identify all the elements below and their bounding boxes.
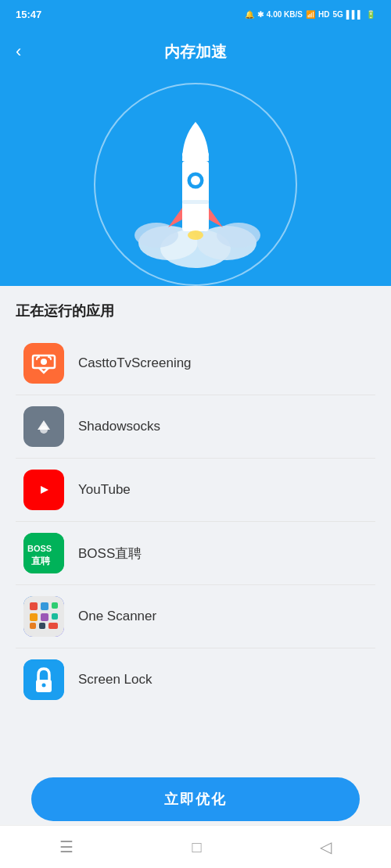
shadowsocks-icon [23, 406, 64, 447]
list-item[interactable]: Shadowsocks [16, 395, 375, 459]
youtube-icon [23, 470, 64, 510]
back-button[interactable]: ‹ [16, 41, 21, 62]
network-speed: 4.00 KB/S [267, 10, 303, 19]
list-item[interactable]: YouTube [16, 459, 375, 522]
hd-badge: HD [318, 10, 329, 19]
screenlock-icon [23, 659, 64, 700]
back-nav-icon[interactable]: ◁ [320, 838, 332, 856]
rocket-illustration [117, 98, 274, 270]
bottom-nav: ☰ □ ◁ [0, 825, 391, 868]
onescanner-name: One Scanner [78, 609, 156, 624]
svg-point-12 [41, 359, 47, 365]
svg-point-13 [40, 426, 48, 434]
menu-icon[interactable]: ☰ [59, 838, 74, 856]
svg-point-8 [191, 176, 200, 185]
status-bar: 15:47 🔔 ✱ 4.00 KB/S 📶 HD 5G ▌▌▌ 🔋 [0, 0, 391, 28]
5g-badge: 5G [332, 10, 343, 19]
svg-rect-28 [48, 623, 58, 629]
casttotv-icon [23, 343, 64, 384]
svg-rect-10 [182, 200, 209, 204]
optimize-button[interactable]: 立即优化 [31, 777, 360, 821]
bell-icon: 🔔 [245, 10, 254, 19]
hero-circle [94, 83, 297, 286]
svg-rect-27 [39, 623, 45, 629]
list-item[interactable]: Screen Lock [16, 648, 375, 711]
page-title: 内存加速 [164, 41, 227, 63]
running-apps-title: 正在运行的应用 [16, 302, 375, 320]
svg-rect-23 [30, 613, 38, 621]
svg-text:直聘: 直聘 [31, 555, 51, 566]
svg-rect-24 [41, 613, 48, 621]
bluetooth-icon: ✱ [257, 10, 264, 19]
list-item[interactable]: One Scanner [16, 585, 375, 648]
svg-point-31 [42, 684, 46, 688]
signal-icon: ▌▌▌ [346, 10, 363, 19]
svg-rect-20 [30, 602, 38, 610]
boss-name: BOSS直聘 [78, 545, 142, 563]
time-display: 15:47 [16, 9, 41, 20]
status-icons: 🔔 ✱ 4.00 KB/S 📶 HD 5G ▌▌▌ 🔋 [245, 10, 375, 19]
screenlock-name: Screen Lock [78, 672, 152, 688]
list-item[interactable]: BOSS 直聘 BOSS直聘 [16, 522, 375, 585]
hero-section [0, 67, 391, 286]
boss-icon: BOSS 直聘 [23, 533, 64, 573]
svg-text:BOSS: BOSS [27, 544, 52, 553]
youtube-name: YouTube [78, 482, 131, 498]
app-list: CasttoTvScreening Shadowsocks YouTube [16, 332, 375, 711]
svg-rect-16 [23, 533, 64, 573]
casttotv-name: CasttoTvScreening [78, 355, 192, 371]
main-content: 正在运行的应用 CasttoTvScreening [0, 286, 391, 789]
shadowsocks-name: Shadowsocks [78, 419, 160, 434]
svg-point-3 [135, 223, 178, 248]
battery-icon: 🔋 [366, 10, 375, 19]
header: ‹ 内存加速 [0, 28, 391, 67]
svg-rect-22 [52, 602, 58, 609]
svg-point-9 [188, 230, 203, 240]
home-icon[interactable]: □ [192, 838, 201, 856]
svg-rect-26 [30, 623, 36, 629]
list-item[interactable]: CasttoTvScreening [16, 332, 375, 395]
svg-point-4 [217, 223, 260, 248]
svg-rect-25 [52, 613, 58, 620]
onescanner-icon [23, 596, 64, 637]
wifi-icon: 📶 [306, 10, 315, 19]
svg-rect-21 [41, 602, 48, 610]
